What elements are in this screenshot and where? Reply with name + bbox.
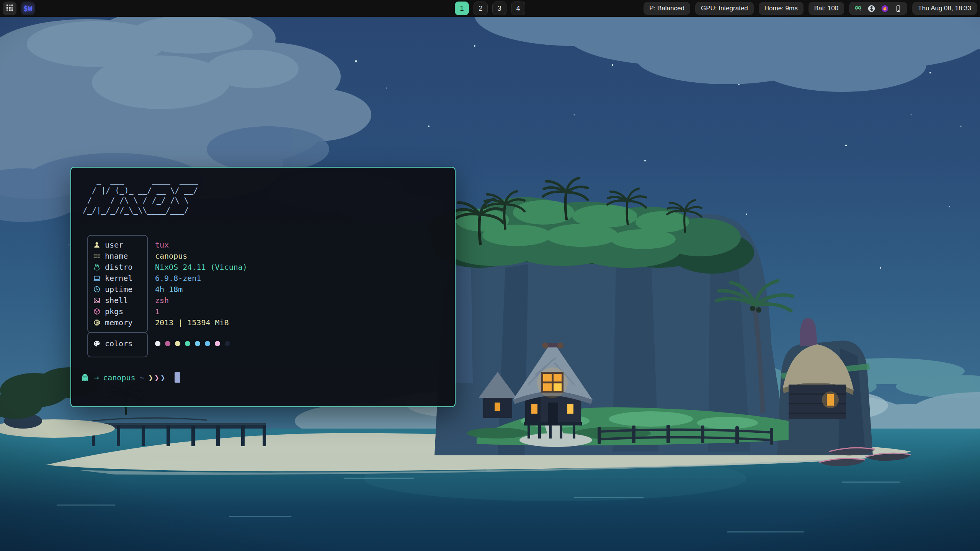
user-icon	[93, 241, 101, 249]
workspace-button-2[interactable]: 2	[474, 2, 488, 15]
info-label: pkgs	[105, 307, 123, 316]
info-row-uptime: uptime 4h 18m	[87, 284, 355, 295]
text-cursor[interactable]	[175, 372, 180, 383]
info-label: shell	[105, 296, 128, 305]
power-profile-pill[interactable]: P: Balanced	[644, 2, 690, 15]
workspace-switcher: 1 2 3 4	[455, 2, 525, 15]
workspace-button-1[interactable]: 1	[455, 2, 469, 15]
palette-dot	[205, 341, 210, 346]
bluetooth-icon[interactable]	[867, 5, 875, 13]
info-value: canopus	[155, 251, 187, 261]
info-label: user	[105, 240, 123, 249]
info-row-user: user tux	[87, 239, 355, 250]
prompt-chevrons: ❯ ❯ ❯	[149, 373, 167, 382]
app-grid-icon	[5, 3, 14, 13]
terminal-icon	[93, 297, 101, 304]
palette-dots	[155, 341, 230, 346]
shell-prompt[interactable]: → canopus ~ ❯ ❯ ❯	[80, 372, 448, 383]
palette-dot	[215, 341, 220, 346]
info-row-memory: memory 2013 | 15394 MiB	[87, 317, 355, 328]
terminal-window[interactable]: _ ___ ____ ____ / |/ (_)_ __/ __ \/ __/ …	[70, 167, 456, 407]
info-value: tux	[155, 240, 169, 249]
info-value: 6.9.8-zen1	[155, 274, 201, 283]
terminal-content: _ ___ ____ ____ / |/ (_)_ __/ __ \/ __/ …	[71, 168, 455, 388]
launcher-button[interactable]	[3, 2, 16, 15]
info-label: memory	[105, 318, 132, 327]
package-icon	[93, 308, 101, 315]
info-row-hname: hname canopus	[87, 250, 355, 261]
colors-row: colors	[87, 331, 355, 356]
chevron-2: ❯	[154, 373, 160, 382]
info-label: distro	[105, 262, 132, 272]
bar-right: P: Balanced GPU: Integrated Home: 9ms Ba…	[644, 2, 977, 15]
nixos-ascii-logo: _ ___ ____ ____ / |/ (_)_ __/ __ \/ __/ …	[78, 175, 448, 215]
ghost-icon	[80, 373, 90, 382]
prompt-path: ~	[140, 373, 144, 382]
chip-icon	[93, 319, 101, 326]
colors-label: colors	[105, 339, 132, 348]
clock-pill[interactable]: Thu Aug 08, 18:33	[912, 2, 977, 15]
phone-icon[interactable]	[894, 5, 902, 13]
info-label: kernel	[105, 274, 132, 283]
palette-dot	[225, 341, 230, 346]
fetch-info-panel: user tux hname canopus distro NixOS 24.1…	[87, 235, 355, 356]
flame-icon[interactable]	[881, 5, 889, 13]
clock-icon	[93, 285, 101, 293]
top-bar: $W 1 2 3 4 P: Balanced GPU: Integrated H…	[0, 0, 980, 17]
info-value: NixOS 24.11 (Vicuna)	[155, 262, 247, 272]
workspace-button-3[interactable]: 3	[492, 2, 506, 15]
info-row-distro: distro NixOS 24.11 (Vicuna)	[87, 261, 355, 272]
info-value: 4h 18m	[155, 285, 183, 294]
penguin-icon	[93, 263, 101, 271]
palette-dot	[195, 341, 200, 346]
palette-dot	[155, 341, 160, 346]
sliders-icon	[93, 252, 101, 260]
prompt-arrow: →	[94, 373, 99, 382]
bar-left: $W	[3, 2, 35, 15]
laptop-icon	[93, 274, 101, 282]
info-value: 1	[155, 307, 160, 316]
info-row-kernel: kernel 6.9.8-zen1	[87, 272, 355, 284]
ping-pill[interactable]: Home: 9ms	[759, 2, 804, 15]
logo-text: $W	[24, 4, 33, 13]
gpu-pill[interactable]: GPU: Integrated	[695, 2, 754, 15]
info-label: hname	[105, 251, 128, 261]
fetch-rows: user tux hname canopus distro NixOS 24.1…	[87, 235, 355, 331]
chevron-1: ❯	[149, 373, 155, 382]
palette-dot	[165, 341, 170, 346]
battery-pill[interactable]: Bat: 100	[808, 2, 844, 15]
system-tray	[849, 2, 907, 15]
info-value: 2013 | 15394 MiB	[155, 318, 229, 327]
info-row-shell: shell zsh	[87, 295, 355, 306]
info-row-pkgs: pkgs 1	[87, 306, 355, 317]
info-value: zsh	[155, 296, 169, 305]
palette-dot	[175, 341, 180, 346]
palette-icon	[93, 340, 101, 347]
workspace-button-4[interactable]: 4	[511, 2, 525, 15]
chevron-3: ❯	[160, 373, 167, 382]
info-label: uptime	[105, 285, 132, 294]
glasses-icon[interactable]	[854, 5, 862, 13]
prompt-host: canopus	[103, 373, 135, 382]
logo-button[interactable]: $W	[21, 2, 35, 15]
palette-dot	[185, 341, 190, 346]
